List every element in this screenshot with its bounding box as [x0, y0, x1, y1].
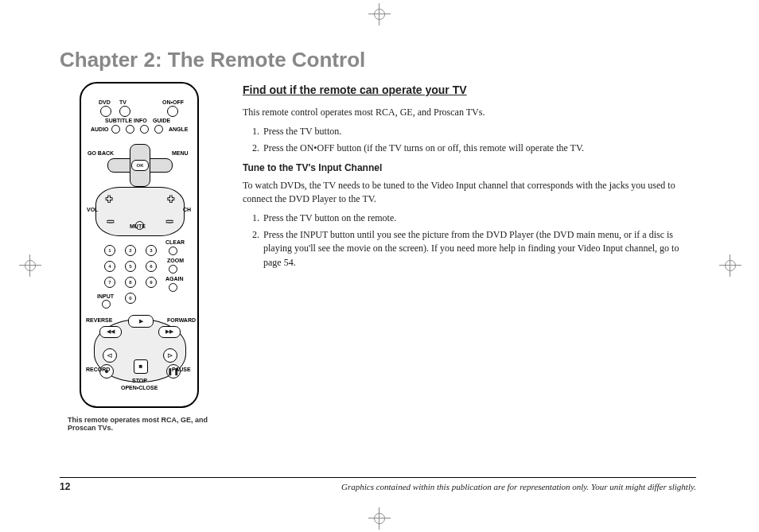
crop-mark-left	[19, 254, 41, 277]
label-vol: VOL	[87, 207, 98, 212]
again-button	[169, 283, 177, 292]
step-1-2: Press the ON•OFF button (if the TV turns…	[262, 142, 696, 155]
label-dvd: DVD	[99, 99, 111, 105]
direction-pad: OK	[107, 144, 171, 185]
stop-button: ■	[134, 359, 148, 374]
label-openclose: OPEN•CLOSE	[121, 385, 158, 390]
label-tv: TV	[119, 99, 127, 105]
page-number: 12	[60, 481, 70, 492]
footer-note: Graphics contained within this publicati…	[341, 482, 696, 491]
label-angle: ANGLE	[169, 126, 189, 132]
guide-button	[154, 125, 163, 134]
page-body: Chapter 2: The Remote Control DVD TV ON•…	[60, 48, 696, 493]
steps-list-1: Press the TV button. Press the ON•OFF bu…	[262, 125, 696, 156]
label-mute: MUTE	[130, 223, 146, 229]
label-info: INFO	[134, 118, 147, 123]
label-clear: CLEAR	[165, 239, 185, 245]
chapter-title: Chapter 2: The Remote Control	[60, 48, 696, 72]
label-ch: CH	[183, 207, 191, 212]
dvd-button	[100, 106, 111, 117]
label-subtitle: SUBTITLE	[105, 118, 132, 123]
label-again: AGAIN	[165, 276, 184, 282]
step-1-1: Press the TV button.	[262, 125, 696, 138]
subsection-heading: Tune to the TV's Input Channel	[243, 161, 696, 175]
label-onoff: ON•OFF	[162, 99, 184, 105]
skip-back-button: ⊲	[103, 348, 117, 363]
crop-mark-right	[719, 254, 741, 277]
step-2-2: Press the INPUT button until you see the…	[262, 228, 696, 270]
label-stop: STOP	[132, 378, 147, 383]
label-zoom: ZOOM	[167, 258, 184, 263]
label-menu: MENU	[172, 150, 189, 156]
tv-button	[119, 106, 130, 117]
label-reverse: REVERSE	[86, 317, 112, 323]
onoff-button	[167, 106, 178, 117]
skip-fwd-button: ⊳	[163, 348, 177, 363]
label-record: RECORD	[86, 367, 110, 372]
ok-button: OK	[131, 160, 149, 171]
label-guide: GUIDE	[153, 118, 170, 123]
label-audio: AUDIO	[91, 126, 109, 132]
transport-controls: ◀◀ ▶ ▶▶ ⊲ ⊳ ● ■ ❚❚	[94, 319, 186, 382]
subtitle-button	[126, 125, 134, 134]
figure-column: DVD TV ON•OFF SUBTITLE INFO GUIDE AUDIO …	[60, 82, 219, 432]
steps-list-2: Press the TV button on the remote. Press…	[262, 212, 696, 270]
audio-button	[111, 125, 120, 134]
input-button	[102, 300, 111, 309]
body-text: Find out if the remote can operate your …	[243, 82, 696, 432]
zoom-button	[169, 265, 177, 274]
paragraph-2: To watch DVDs, the TV needs to be tuned …	[243, 179, 696, 207]
remote-illustration: DVD TV ON•OFF SUBTITLE INFO GUIDE AUDIO …	[80, 82, 199, 408]
forward-button: ▶▶	[158, 326, 181, 338]
label-input: INPUT	[97, 293, 114, 299]
step-2-1: Press the TV button on the remote.	[262, 212, 696, 225]
label-forward: FORWARD	[167, 317, 196, 323]
label-pause: PAUSE	[172, 367, 191, 372]
crop-mark-bottom	[368, 507, 391, 530]
clear-button	[169, 247, 177, 255]
section-heading: Find out if the remote can operate your …	[243, 82, 696, 98]
figure-caption: This remote operates most RCA, GE, and P…	[60, 416, 219, 432]
intro-paragraph: This remote control operates most RCA, G…	[243, 106, 696, 119]
info-button	[140, 125, 149, 134]
crop-mark-top	[368, 3, 391, 25]
play-button: ▶	[128, 315, 154, 328]
page-footer: 12 Graphics contained within this public…	[60, 477, 696, 492]
reverse-button: ◀◀	[99, 326, 122, 338]
two-column-layout: DVD TV ON•OFF SUBTITLE INFO GUIDE AUDIO …	[60, 82, 696, 432]
